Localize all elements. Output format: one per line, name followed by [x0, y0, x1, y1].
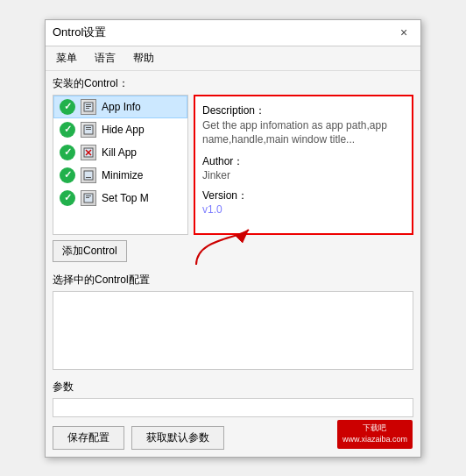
params-section: 参数 [46, 376, 420, 421]
params-input[interactable] [53, 398, 413, 417]
ctrl-icon-settopm [81, 190, 96, 206]
main-window: Ontrol设置 × 菜单 语言 帮助 安装的Control： [45, 19, 421, 458]
get-default-params-button[interactable]: 获取默认参数 [131, 426, 224, 450]
svg-rect-14 [86, 197, 89, 198]
control-item-hideapp-label: Hide App [102, 124, 145, 136]
config-section: 选择中的Control配置 [46, 269, 420, 376]
ctrl-icon-hideapp [81, 122, 96, 138]
left-panel: App Info Hide App [53, 95, 188, 262]
check-icon-killapp [60, 145, 75, 160]
control-item-settopm-label: Set Top M [102, 192, 149, 204]
window-title: Ontrol设置 [53, 25, 106, 40]
author-label: Author： [202, 154, 405, 169]
params-section-label: 参数 [53, 380, 413, 394]
ctrl-icon-killapp [81, 145, 96, 160]
menu-item-language[interactable]: 语言 [91, 49, 119, 67]
menu-item-menu[interactable]: 菜单 [53, 49, 81, 67]
config-section-label: 选择中的Control配置 [53, 273, 413, 288]
check-icon-hideapp [60, 122, 75, 138]
control-list[interactable]: App Info Hide App [53, 95, 188, 235]
main-content: App Info Hide App [46, 95, 420, 269]
svg-rect-13 [86, 195, 91, 196]
description-text: Get the app infomation as app path,app n… [202, 118, 405, 148]
check-icon-appinfo [60, 99, 75, 115]
version-value: v1.0 [202, 203, 405, 216]
watermark: 下载吧www.xiazaiba.com [337, 420, 413, 449]
control-item-hideapp[interactable]: Hide App [53, 118, 187, 141]
svg-rect-3 [86, 108, 89, 109]
config-textarea[interactable] [53, 291, 413, 370]
control-item-appinfo-label: App Info [102, 101, 141, 113]
svg-rect-5 [86, 127, 91, 128]
check-icon-minimize [60, 167, 75, 183]
version-label: Version： [202, 188, 405, 203]
control-item-settopm[interactable]: Set Top M [53, 187, 187, 210]
ctrl-icon-minimize [81, 167, 96, 183]
close-button[interactable]: × [394, 23, 413, 42]
svg-rect-11 [86, 177, 91, 178]
save-config-button[interactable]: 保存配置 [53, 426, 124, 450]
title-bar: Ontrol设置 × [46, 20, 420, 46]
svg-rect-2 [86, 106, 91, 107]
author-value: Jinker [202, 169, 405, 181]
menu-bar: 菜单 语言 帮助 [46, 46, 420, 71]
installed-section-label: 安装的Control： [46, 71, 420, 95]
svg-rect-1 [86, 104, 91, 105]
svg-rect-10 [84, 171, 93, 180]
control-item-appinfo[interactable]: App Info [53, 96, 187, 118]
control-item-killapp[interactable]: Kill App [53, 141, 187, 164]
add-control-button[interactable]: 添加Control [53, 240, 127, 262]
control-item-minimize-label: Minimize [102, 169, 143, 181]
info-panel: Description： Get the app infomation as a… [194, 95, 413, 235]
svg-rect-6 [86, 129, 91, 130]
control-item-killapp-label: Kill App [102, 146, 137, 159]
description-label: Description： [202, 103, 405, 118]
ctrl-icon-appinfo [81, 99, 96, 115]
check-icon-settopm [60, 190, 75, 206]
menu-item-help[interactable]: 帮助 [130, 49, 158, 67]
control-item-minimize[interactable]: Minimize [53, 164, 187, 187]
